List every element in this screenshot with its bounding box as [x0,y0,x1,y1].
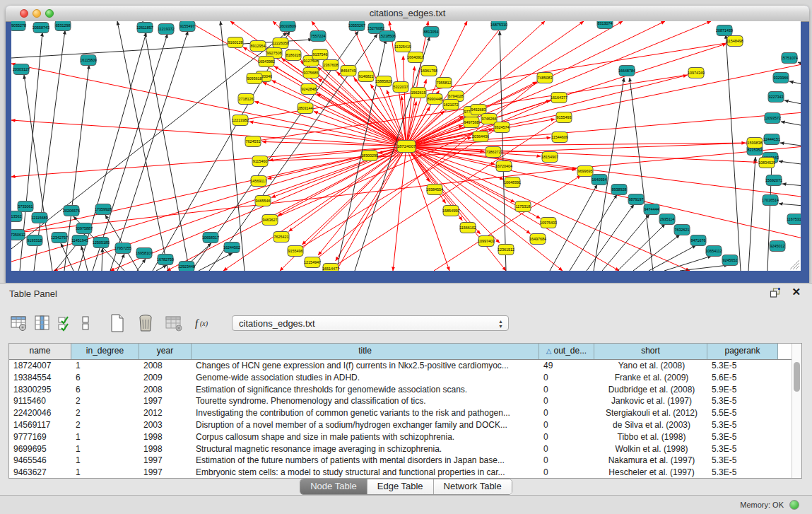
tab-node-table[interactable]: Node Table [300,479,367,494]
graph-node[interactable]: 9155493 [556,112,572,123]
graph-node[interactable]: 16497684 [529,234,546,245]
graph-node[interactable]: 11544609 [551,132,568,143]
edge[interactable] [434,175,581,271]
graph-node[interactable]: 7624531 [245,136,261,147]
table-row[interactable]: 946554611997Estimation of the future num… [9,455,801,467]
graph-node[interactable]: 19384554 [426,185,443,195]
graph-node[interactable]: 20303127 [13,64,30,75]
graph-node[interactable]: 8912954 [250,41,266,52]
edge[interactable] [780,143,801,147]
graph-node[interactable]: 7955812 [436,78,452,88]
graph-node[interactable]: 11325419 [394,42,411,52]
graph-node[interactable]: 16514477 [322,264,339,271]
edge[interactable] [117,21,168,271]
graph-node[interactable]: 1175318 [515,201,531,212]
table-row[interactable]: 969969511998Structural magnetic resonanc… [9,443,801,455]
graph-node[interactable]: 12611857 [136,23,153,33]
edge[interactable] [254,102,406,146]
delete-table-icon[interactable] [164,313,182,333]
graph-node[interactable]: 9146821 [358,71,374,82]
graph-node[interactable]: 10975403 [540,218,557,228]
graph-node[interactable]: 7632621 [674,225,690,235]
edge[interactable] [102,248,102,271]
graph-node[interactable]: 20871439 [716,25,733,36]
graph-node[interactable]: 11548498 [726,36,743,47]
graph-node[interactable]: 8454749 [341,66,356,76]
graph-node[interactable]: 17350612 [11,230,25,240]
edge[interactable] [664,256,712,271]
graph-node[interactable]: 7485083 [537,73,553,83]
graph-node[interactable]: 1562615 [411,88,426,98]
graph-node[interactable]: 9497568 [464,117,479,128]
graph-node[interactable]: 12213382 [232,115,249,126]
graph-node[interactable]: 17957255 [114,243,131,254]
graph-node[interactable]: 10658317 [202,233,219,243]
graph-node[interactable]: 2718126 [238,94,254,105]
graph-node[interactable]: 2935114 [659,214,675,225]
edge[interactable] [779,204,801,206]
graph-node[interactable]: 16244502 [223,243,240,253]
graph-node[interactable]: 17359928 [95,204,112,215]
edge[interactable] [550,185,597,271]
graph-node[interactable]: 9242848 [301,84,317,95]
graph-node[interactable]: 16164377 [551,93,567,103]
graph-node[interactable]: 16958107 [136,248,153,259]
table-row[interactable]: 2242004622012Investigating the contribut… [9,407,801,419]
graph-node[interactable]: 9193318 [27,235,42,246]
edge[interactable] [406,21,711,146]
graph-node[interactable]: 10553267 [348,21,365,31]
graph-node[interactable]: 1599838 [747,138,763,148]
table-mode-icon[interactable] [10,313,28,333]
edge[interactable] [748,157,755,271]
table-row[interactable]: 1938455462009Genome-wide association stu… [9,372,801,384]
graph-node[interactable]: 20206576 [63,206,80,216]
column-header-name[interactable]: name [9,344,71,359]
graph-node[interactable]: 9160128 [228,37,243,48]
select-columns-icon[interactable] [57,313,75,333]
graph-node[interactable]: 16875310 [490,21,507,30]
graph-node[interactable]: 12154947 [304,257,321,268]
edge[interactable] [188,21,406,146]
graph-node[interactable]: 10997403 [478,236,495,247]
graph-node[interactable]: 15854950 [442,206,459,216]
graph-node[interactable]: 16115809 [80,55,97,66]
edge[interactable] [649,245,696,271]
column-header-short[interactable]: short [594,344,707,359]
graph-node[interactable]: 16961758 [420,66,437,76]
graph-node[interactable]: 6879197 [628,194,644,205]
graph-node[interactable]: 12226058 [272,38,289,49]
graph-node[interactable]: 6531298 [55,21,71,31]
graph-node[interactable]: 20364436 [472,132,489,142]
close-icon[interactable]: ✕ [792,286,801,298]
graph-node[interactable]: 9474444 [644,204,659,215]
graph-node[interactable]: 11219372 [158,24,175,35]
graph-node[interactable]: 7386372 [486,147,501,158]
edge[interactable] [618,224,665,271]
graph-node[interactable]: 9093618 [247,74,262,84]
graph-node[interactable]: 16640910 [407,52,424,63]
column-header-out_de[interactable]: △out_de... [539,344,594,359]
graph-node[interactable]: 8938928 [611,185,627,195]
graph-node[interactable]: 9155497 [180,21,195,32]
edge[interactable] [93,34,167,271]
graph-node[interactable]: 7625421 [273,232,289,243]
edge[interactable] [110,31,188,271]
edge[interactable] [779,161,801,165]
graph-node[interactable]: 9463627 [262,215,278,226]
graph-node[interactable]: 12342757 [51,233,68,243]
delete-column-icon[interactable] [136,313,155,333]
graph-node[interactable]: 8990448 [427,94,442,105]
graph-node[interactable]: 8813054 [423,27,439,37]
graph-node[interactable]: 9245012 [770,241,785,252]
graph-node[interactable]: 8313074 [597,21,613,29]
graph-node[interactable]: 12444151 [763,134,780,145]
function-builder-icon[interactable]: f(x) [193,313,217,333]
graph-node[interactable]: 1640954 [592,175,607,185]
table-row[interactable]: 911546021997Tourette syndrome. Phenomeno… [9,395,801,407]
graph-node[interactable]: 16543982 [258,57,275,67]
column-header-pagerank[interactable]: pagerank [707,344,778,359]
graph-node[interactable]: 9115460 [252,156,268,167]
graph-node[interactable]: 12361512 [498,245,514,255]
graph-node[interactable]: 2367608 [323,60,339,71]
tab-network-table[interactable]: Network Table [434,479,512,494]
